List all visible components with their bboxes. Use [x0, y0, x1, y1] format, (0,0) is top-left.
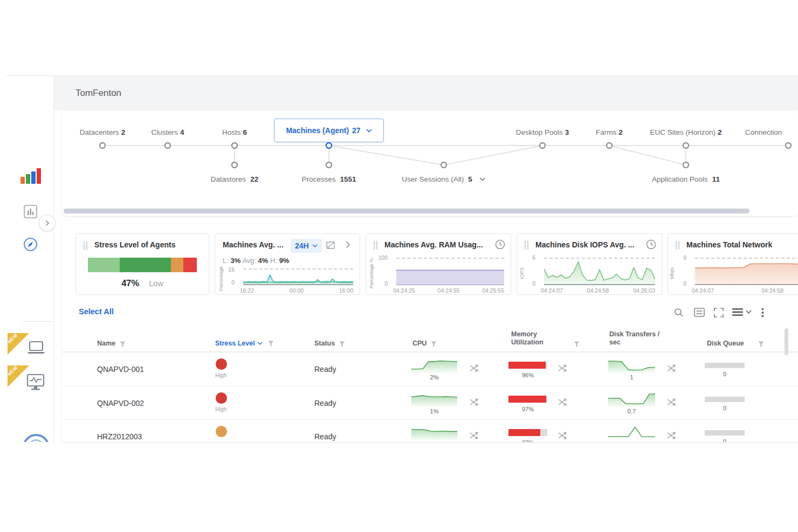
- filter-icon[interactable]: [268, 341, 274, 347]
- filter-icon[interactable]: [758, 341, 764, 347]
- disk-value: 0.7: [608, 408, 655, 414]
- x-ticks: 04:24:2504:24:5504:25:55: [393, 287, 504, 294]
- cpu-sparkline: [411, 426, 457, 440]
- cpu-stats-line: L: 3% Avg: 4% H: 9%: [223, 257, 289, 265]
- shuffle-icon[interactable]: [558, 432, 567, 439]
- card-title: Machines Avg. RAM Usag...: [384, 240, 483, 249]
- x-ticks: 16:2200:0016:00: [240, 287, 353, 294]
- shuffle-icon[interactable]: [558, 398, 567, 406]
- card-title: Machines Disk IOPS Avg. ...: [535, 240, 634, 249]
- card-stress-level: Stress Level of Agents 47%Low: [75, 233, 209, 295]
- topology-node-datacenters[interactable]: Datacenters2: [80, 128, 125, 136]
- column-header-memory[interactable]: Memory Utilization: [511, 330, 580, 347]
- column-header-stress-level[interactable]: Stress Level: [215, 340, 274, 347]
- sidebar-expand-button[interactable]: [39, 215, 56, 231]
- monitor-pulse-icon[interactable]: [26, 373, 45, 391]
- network-mini-chart: [695, 258, 798, 285]
- topology-node-farms[interactable]: Farms2: [596, 128, 623, 136]
- chevron-down-icon: [366, 129, 372, 133]
- column-header-disk-transfers[interactable]: Disk Transfers / sec: [609, 330, 663, 347]
- topology-node-machines-selected[interactable]: Machines (Agent) 27: [274, 119, 384, 142]
- content-panel: Stress Level of Agents 47%Low Machines A…: [62, 220, 798, 442]
- chevron-right-icon[interactable]: [346, 241, 350, 248]
- vertical-scrollbar[interactable]: [785, 328, 788, 355]
- app-window: NEW NEW TomFenton: [0, 0, 798, 532]
- shuffle-icon[interactable]: [667, 398, 676, 406]
- cpu-sparkline: [411, 393, 457, 407]
- cpu-value: 2%: [411, 374, 457, 381]
- shuffle-icon[interactable]: [667, 432, 676, 439]
- table-row[interactable]: HRZ2012003 Ready 82% 0: [62, 419, 798, 442]
- table-row[interactable]: QNAPVD-002 High Ready 1% 97% 0.7 0: [62, 386, 798, 419]
- chevron-right-icon: [45, 220, 50, 226]
- disk-sparkline: [608, 426, 655, 440]
- stress-dot: [216, 358, 227, 370]
- list-view-menu-icon[interactable]: [732, 308, 752, 316]
- topology-node-connection[interactable]: Connection: [745, 128, 782, 136]
- stress-dot: [216, 392, 227, 404]
- y-axis-label: Mbps: [669, 267, 675, 279]
- drag-handle-icon[interactable]: [84, 241, 87, 250]
- card-title: Machines Total Network: [686, 240, 772, 249]
- sidebar: NEW NEW: [6, 75, 54, 442]
- shuffle-icon[interactable]: [470, 398, 479, 406]
- laptop-icon[interactable]: [26, 341, 46, 356]
- horizontal-scrollbar[interactable]: [64, 209, 749, 213]
- status-value: Ready: [314, 420, 336, 442]
- drag-handle-icon[interactable]: [525, 241, 528, 250]
- filter-icon[interactable]: [431, 341, 437, 347]
- card-machines-ram: Machines Avg. RAM Usag... Percentage % 1…: [366, 233, 511, 295]
- column-header-name[interactable]: Name: [97, 340, 126, 347]
- shuffle-icon[interactable]: [470, 364, 479, 372]
- stress-label: High: [208, 372, 235, 378]
- shuffle-icon[interactable]: [558, 364, 567, 372]
- select-all-link[interactable]: Select All: [79, 307, 114, 316]
- compass-icon[interactable]: [23, 237, 38, 252]
- popout-icon[interactable]: [326, 241, 335, 249]
- column-header-status[interactable]: Status: [314, 340, 345, 347]
- memory-value: 82%: [508, 439, 547, 442]
- kebab-menu-icon[interactable]: [761, 308, 764, 317]
- y-tick: 0: [672, 280, 686, 287]
- memory-bar: [508, 396, 547, 403]
- filter-icon[interactable]: [120, 341, 126, 347]
- y-tick: 0: [374, 280, 388, 287]
- cpu-value: 1%: [411, 408, 457, 414]
- column-header-cpu[interactable]: CPU: [412, 340, 437, 347]
- table-row[interactable]: QNAPVD-001 High Ready 2% 96% 1 0: [62, 353, 798, 386]
- topology-node-user-sessions[interactable]: User Sessions (All)5: [402, 175, 485, 183]
- stress-segment-bar: [88, 258, 197, 272]
- topology-node-desktop-pools[interactable]: Desktop Pools3: [516, 128, 569, 136]
- fullscreen-icon[interactable]: [714, 308, 724, 317]
- card-view-icon[interactable]: [694, 308, 705, 317]
- topology-node-processes[interactable]: Processes1551: [301, 175, 356, 183]
- shuffle-icon[interactable]: [667, 364, 676, 372]
- disk-queue-bar: [705, 363, 745, 368]
- topology-node-euc-sites[interactable]: EUC Sites (Horizon)2: [650, 128, 721, 136]
- filter-icon[interactable]: [339, 341, 345, 347]
- column-header-disk-queue[interactable]: Disk Queue: [707, 340, 764, 347]
- drag-handle-icon[interactable]: [374, 241, 377, 250]
- topology-node-application-pools[interactable]: Application Pools11: [652, 175, 720, 183]
- y-tick: 9: [672, 254, 686, 261]
- clock-icon[interactable]: [646, 239, 656, 250]
- topology-node-datastores[interactable]: Datastores22: [211, 175, 258, 183]
- disk-queue-bar: [705, 397, 745, 402]
- x-ticks: 04:24:0704:24:58: [692, 287, 783, 294]
- y-tick: 100: [374, 254, 388, 261]
- stress-dot: [216, 426, 227, 437]
- topology-card: Datacenters2 Clusters4 Hosts6 Desktop Po…: [62, 110, 798, 216]
- shuffle-icon[interactable]: [470, 432, 479, 439]
- y-tick: 0: [221, 279, 235, 286]
- drag-handle-icon[interactable]: [676, 241, 679, 250]
- reports-icon[interactable]: [23, 204, 38, 219]
- topology-node-hosts[interactable]: Hosts6: [222, 128, 247, 136]
- brand-logo-icon[interactable]: [20, 168, 44, 184]
- time-range-selector[interactable]: 24H: [291, 239, 322, 253]
- filter-icon[interactable]: [574, 341, 580, 347]
- search-icon[interactable]: [674, 308, 684, 317]
- memory-value: 97%: [508, 406, 547, 412]
- topology-node-clusters[interactable]: Clusters4: [151, 128, 184, 136]
- clock-icon[interactable]: [495, 239, 505, 250]
- chevron-down-icon[interactable]: [480, 177, 486, 181]
